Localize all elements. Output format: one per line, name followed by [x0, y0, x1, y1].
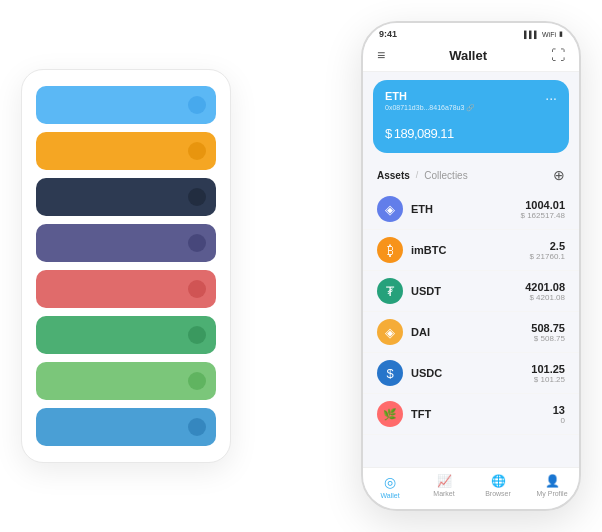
asset-row[interactable]: ₮ USDT 4201.08 $ 4201.08	[363, 271, 579, 312]
eth-card-top: ETH 0x08711d3b...8416a78u3 🔗 ···	[385, 90, 557, 112]
asset-row[interactable]: ◈ DAI 508.75 $ 508.75	[363, 312, 579, 353]
list-item[interactable]	[36, 408, 216, 446]
asset-amounts: 101.25 $ 101.25	[531, 363, 565, 384]
nav-label-browser: Browser	[485, 490, 511, 497]
nav-label-profile: My Profile	[536, 490, 567, 497]
asset-primary-amount: 508.75	[531, 322, 565, 334]
usdt-icon: ₮	[377, 278, 403, 304]
tft-icon: 🌿	[377, 401, 403, 427]
asset-secondary-amount: $ 4201.08	[525, 293, 565, 302]
status-bar: 9:41 ▌▌▌ WiFi ▮	[363, 23, 579, 43]
phone-frame: 9:41 ▌▌▌ WiFi ▮ ≡ Wallet ⛶ ETH 0x08711d3…	[361, 21, 581, 511]
bottom-nav: ◎ Wallet 📈 Market 🌐 Browser 👤 My Profile	[363, 467, 579, 509]
card-dot	[188, 142, 206, 160]
asset-secondary-amount: 0	[553, 416, 565, 425]
nav-item-market[interactable]: 📈 Market	[417, 474, 471, 499]
list-item[interactable]	[36, 132, 216, 170]
nav-label-market: Market	[433, 490, 454, 497]
eth-address: 0x08711d3b...8416a78u3 🔗	[385, 104, 475, 112]
asset-name: USDT	[411, 285, 525, 297]
tab-collectibles[interactable]: Collecties	[424, 170, 467, 181]
scene: 9:41 ▌▌▌ WiFi ▮ ≡ Wallet ⛶ ETH 0x08711d3…	[21, 21, 581, 511]
list-item[interactable]	[36, 316, 216, 354]
wifi-icon: WiFi	[542, 31, 556, 38]
asset-primary-amount: 2.5	[529, 240, 565, 252]
asset-row[interactable]: ◈ ETH 1004.01 $ 162517.48	[363, 189, 579, 230]
card-dot	[188, 326, 206, 344]
asset-name: TFT	[411, 408, 553, 420]
card-dot	[188, 96, 206, 114]
card-dot	[188, 188, 206, 206]
battery-icon: ▮	[559, 30, 563, 38]
nav-label-wallet: Wallet	[380, 492, 399, 499]
asset-name: ETH	[411, 203, 521, 215]
list-item[interactable]	[36, 270, 216, 308]
nav-item-profile[interactable]: 👤 My Profile	[525, 474, 579, 499]
nav-item-browser[interactable]: 🌐 Browser	[471, 474, 525, 499]
asset-name: imBTC	[411, 244, 529, 256]
asset-secondary-amount: $ 21760.1	[529, 252, 565, 261]
wallet-nav-icon: ◎	[384, 474, 396, 490]
asset-row[interactable]: $ USDC 101.25 $ 101.25	[363, 353, 579, 394]
asset-name: DAI	[411, 326, 531, 338]
eth-card[interactable]: ETH 0x08711d3b...8416a78u3 🔗 ··· $189,08…	[373, 80, 569, 153]
expand-icon[interactable]: ⛶	[551, 47, 565, 63]
asset-name: USDC	[411, 367, 531, 379]
list-item[interactable]	[36, 178, 216, 216]
asset-primary-amount: 4201.08	[525, 281, 565, 293]
assets-header: Assets / Collecties ⊕	[363, 161, 579, 189]
asset-secondary-amount: $ 508.75	[531, 334, 565, 343]
asset-row[interactable]: 🌿 TFT 13 0	[363, 394, 579, 435]
signal-icon: ▌▌▌	[524, 31, 539, 38]
asset-amounts: 1004.01 $ 162517.48	[521, 199, 566, 220]
phone-header: ≡ Wallet ⛶	[363, 43, 579, 72]
card-dot	[188, 234, 206, 252]
imbtc-icon: ₿	[377, 237, 403, 263]
page-title: Wallet	[449, 48, 487, 63]
profile-nav-icon: 👤	[545, 474, 560, 488]
dai-icon: ◈	[377, 319, 403, 345]
nav-item-wallet[interactable]: ◎ Wallet	[363, 474, 417, 499]
add-asset-icon[interactable]: ⊕	[553, 167, 565, 183]
asset-secondary-amount: $ 101.25	[531, 375, 565, 384]
asset-amounts: 4201.08 $ 4201.08	[525, 281, 565, 302]
card-dot	[188, 372, 206, 390]
asset-primary-amount: 13	[553, 404, 565, 416]
tab-assets[interactable]: Assets	[377, 170, 410, 181]
asset-primary-amount: 1004.01	[521, 199, 566, 211]
eth-icon: ◈	[377, 196, 403, 222]
more-options-icon[interactable]: ···	[545, 90, 557, 106]
menu-icon[interactable]: ≡	[377, 47, 385, 63]
status-time: 9:41	[379, 29, 397, 39]
status-icons: ▌▌▌ WiFi ▮	[524, 30, 563, 38]
assets-list: ◈ ETH 1004.01 $ 162517.48 ₿ imBTC 2.5 $ …	[363, 189, 579, 467]
asset-row[interactable]: ₿ imBTC 2.5 $ 21760.1	[363, 230, 579, 271]
assets-tabs: Assets / Collecties	[377, 170, 468, 181]
asset-amounts: 508.75 $ 508.75	[531, 322, 565, 343]
asset-amounts: 13 0	[553, 404, 565, 425]
eth-balance: $189,089.11	[385, 120, 557, 143]
list-item[interactable]	[36, 362, 216, 400]
tab-divider: /	[416, 170, 419, 180]
eth-card-info: ETH 0x08711d3b...8416a78u3 🔗	[385, 90, 475, 112]
eth-label: ETH	[385, 90, 475, 102]
list-item[interactable]	[36, 224, 216, 262]
market-nav-icon: 📈	[437, 474, 452, 488]
card-stack	[21, 69, 231, 463]
usdc-icon: $	[377, 360, 403, 386]
card-dot	[188, 418, 206, 436]
asset-secondary-amount: $ 162517.48	[521, 211, 566, 220]
currency-symbol: $	[385, 126, 392, 141]
list-item[interactable]	[36, 86, 216, 124]
asset-primary-amount: 101.25	[531, 363, 565, 375]
asset-amounts: 2.5 $ 21760.1	[529, 240, 565, 261]
browser-nav-icon: 🌐	[491, 474, 506, 488]
card-dot	[188, 280, 206, 298]
